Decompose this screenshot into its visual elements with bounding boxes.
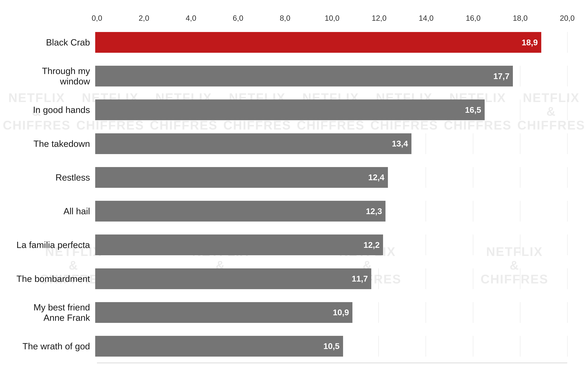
bar-track-9: 10,5 bbox=[95, 336, 567, 357]
bar-fill-2: 16,5 bbox=[95, 99, 485, 120]
x-tick-label: 8,0 bbox=[280, 14, 290, 23]
bar-label-9: The wrath of god bbox=[14, 341, 95, 351]
bar-value-4: 12,4 bbox=[368, 173, 388, 182]
bar-fill-1: 17,7 bbox=[95, 66, 513, 86]
bar-row: All hail12,3 bbox=[14, 196, 567, 226]
bar-row: In good hands16,5 bbox=[14, 95, 567, 125]
bar-label-8: My best friend Anne Frank bbox=[14, 302, 95, 323]
bar-row: La familia perfecta12,2 bbox=[14, 230, 567, 259]
bar-label-4: Restless bbox=[14, 172, 95, 183]
bar-track-7: 11,7 bbox=[95, 268, 567, 289]
bar-value-8: 10,9 bbox=[333, 308, 352, 317]
bar-fill-7: 11,7 bbox=[95, 268, 371, 289]
bar-value-5: 12,3 bbox=[366, 206, 385, 216]
bar-fill-6: 12,2 bbox=[95, 235, 383, 255]
bar-row: Black Crab18,9 bbox=[14, 28, 567, 57]
bar-row: The wrath of god10,5 bbox=[14, 331, 567, 361]
bar-track-2: 16,5 bbox=[95, 99, 567, 120]
bar-value-6: 12,2 bbox=[364, 240, 383, 250]
bar-row: The bombardment11,7 bbox=[14, 264, 567, 294]
bars-area: Black Crab18,9Through my window17,7In go… bbox=[14, 28, 567, 361]
bar-label-1: Through my window bbox=[14, 66, 95, 86]
x-tick-label: 14,0 bbox=[419, 14, 434, 23]
bottom-axis bbox=[97, 363, 567, 363]
bar-fill-8: 10,9 bbox=[95, 302, 352, 323]
bar-value-1: 17,7 bbox=[493, 71, 513, 81]
bar-label-3: The takedown bbox=[14, 139, 95, 149]
bar-fill-4: 12,4 bbox=[95, 167, 388, 188]
x-tick-label: 2,0 bbox=[139, 14, 149, 23]
bar-label-6: La familia perfecta bbox=[14, 240, 95, 250]
bar-row: My best friend Anne Frank10,9 bbox=[14, 298, 567, 327]
bar-track-6: 12,2 bbox=[95, 235, 567, 255]
x-tick-label: 12,0 bbox=[372, 14, 387, 23]
bar-value-3: 13,4 bbox=[392, 139, 411, 148]
bar-row: The takedown13,4 bbox=[14, 129, 567, 158]
bar-track-5: 12,3 bbox=[95, 201, 567, 222]
x-tick-label: 10,0 bbox=[325, 14, 340, 23]
bar-fill-3: 13,4 bbox=[95, 133, 411, 154]
bar-value-0: 18,9 bbox=[522, 38, 541, 47]
bar-track-4: 12,4 bbox=[95, 167, 567, 188]
bar-row: Restless12,4 bbox=[14, 163, 567, 192]
x-tick-label: 6,0 bbox=[233, 14, 243, 23]
bar-value-9: 10,5 bbox=[323, 341, 343, 351]
x-tick-label: 18,0 bbox=[513, 14, 527, 23]
bar-track-1: 17,7 bbox=[95, 66, 567, 86]
x-tick-label: 16,0 bbox=[466, 14, 481, 23]
bar-value-7: 11,7 bbox=[352, 274, 371, 283]
bar-label-2: In good hands bbox=[14, 105, 95, 115]
bar-label-7: The bombardment bbox=[14, 274, 95, 284]
bar-track-8: 10,9 bbox=[95, 302, 567, 323]
bar-track-0: 18,9 bbox=[95, 32, 567, 53]
chart-inner: 0,02,04,06,08,010,012,014,016,018,020,0 … bbox=[14, 14, 567, 363]
bar-fill-0: 18,9 bbox=[95, 32, 541, 53]
bar-label-5: All hail bbox=[14, 206, 95, 216]
bar-row: Through my window17,7 bbox=[14, 61, 567, 91]
bar-fill-9: 10,5 bbox=[95, 336, 343, 357]
chart-container: NETFLIX&CHIFFRES NETFLIX&CHIFFRES NETFLI… bbox=[0, 0, 588, 377]
x-axis-top: 0,02,04,06,08,010,012,014,016,018,020,0 bbox=[97, 14, 567, 24]
bar-track-3: 13,4 bbox=[95, 133, 567, 154]
bar-label-0: Black Crab bbox=[14, 37, 95, 47]
x-tick-label: 0,0 bbox=[92, 14, 102, 23]
bar-fill-5: 12,3 bbox=[95, 201, 385, 222]
bar-value-2: 16,5 bbox=[465, 105, 485, 115]
x-tick-label: 4,0 bbox=[186, 14, 196, 23]
x-tick-label: 20,0 bbox=[560, 14, 575, 23]
